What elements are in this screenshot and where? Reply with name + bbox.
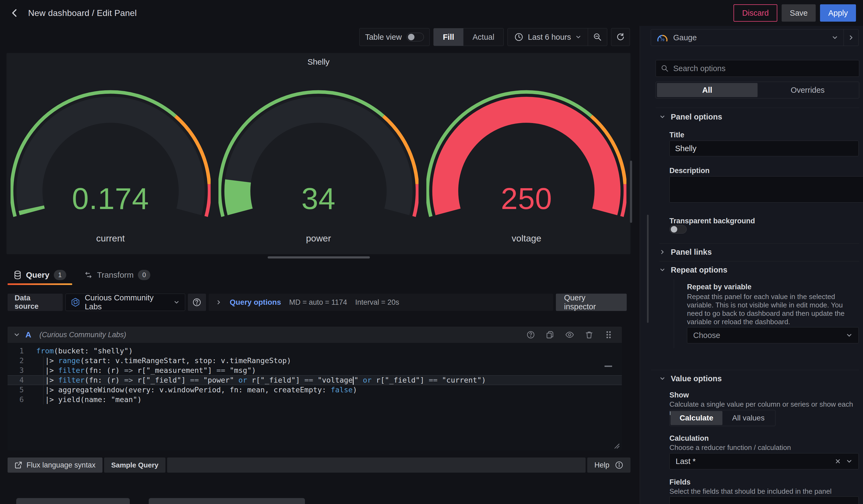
info-circle-icon [615,461,624,469]
back-button[interactable] [7,5,22,21]
code-text: |> filter(fn: (r) => r["_measurement"] =… [32,366,256,375]
query-ref-id[interactable]: A [25,330,32,339]
flux-syntax-label: Flux language syntax [26,461,96,469]
gauge-viz-icon: 79 [656,33,669,42]
panel-links-heading: Panel links [671,248,712,256]
code-line-4[interactable]: 4 |> filter(fn: (r) => r["_field"] == "p… [8,375,622,385]
tab-transform[interactable]: Transform 0 [78,267,157,284]
chevron-down-icon[interactable] [13,331,20,338]
actual-option[interactable]: Actual [463,28,504,46]
tab-query[interactable]: Query 1 [8,267,72,284]
panel-title: Shelly [7,57,630,66]
fields-select-partial[interactable] [670,496,859,504]
question-circle-icon [192,298,201,307]
show-mode-switch: Calculate All values [670,410,775,426]
query-options-link[interactable]: Query options [230,298,281,307]
query-inspector-button[interactable]: Query inspector [556,294,627,311]
calculation-select[interactable]: Last * [670,453,859,469]
chevron-right-icon [216,299,222,305]
apply-button[interactable]: Apply [820,4,856,22]
tab-overrides[interactable]: Overrides [758,83,858,97]
arrow-left-icon [9,8,20,18]
drag-handle-icon[interactable] [604,330,613,339]
panel-options-header[interactable]: Panel options [660,111,859,122]
eye-icon [565,330,574,339]
repeat-options-header[interactable]: Repeat options [660,264,859,275]
footer-filler [167,457,586,473]
duplicate-query-button[interactable] [546,330,555,339]
external-link-icon [15,461,22,469]
tab-all[interactable]: All [657,83,758,97]
title-input[interactable] [675,144,853,153]
chevron-down-icon [846,332,852,339]
line-number: 1 [8,346,32,356]
time-range-picker[interactable]: Last 6 hours [508,33,588,42]
line-number: 2 [8,356,32,366]
table-view-label: Table view [365,33,401,42]
flux-code-editor[interactable]: 1from(bucket: "shelly")2 |> range(start:… [8,343,622,451]
visualization-picker[interactable]: 79 Gauge [651,29,859,46]
code-line-1[interactable]: 1from(bucket: "shelly") [8,346,622,356]
interval-info: Interval = 20s [355,298,399,307]
datasource-help-button[interactable] [188,294,206,311]
fill-option[interactable]: Fill [434,28,463,46]
calculate-option[interactable]: Calculate [671,411,722,425]
code-lines: 1from(bucket: "shelly")2 |> range(start:… [8,346,622,404]
line-number: 6 [8,395,32,404]
chevron-down-icon [831,34,838,41]
gauge-value: 34 [218,181,418,216]
options-search [655,60,859,77]
toggle-knob [671,226,677,232]
code-line-5[interactable]: 5 |> aggregateWindow(every: v.windowPeri… [8,385,622,395]
code-line-2[interactable]: 2 |> range(start: v.timeRangeStart, stop… [8,356,622,366]
editor-footer: Flux language syntax Sample Query Help [8,457,630,473]
fill-actual-switch: Fill Actual [434,28,504,46]
add-expression-button-partial[interactable] [149,498,305,504]
time-range-control: Last 6 hours [508,28,607,46]
help-button[interactable]: Help [587,457,630,473]
repeat-variable-select[interactable]: Choose [687,327,859,343]
collapse-options-button[interactable] [844,34,859,41]
line-number: 5 [8,385,32,395]
transparent-background-toggle[interactable] [670,225,687,234]
clear-icon[interactable] [835,458,841,465]
chevron-right-icon [660,249,665,255]
code-line-6[interactable]: 6 |> yield(name: "mean") [8,395,622,404]
section-indent-guide [674,279,674,348]
topbar-actions: Discard Save Apply [734,4,856,22]
transform-icon [84,270,93,279]
pane-resize-handle[interactable] [268,256,370,259]
options-search-input[interactable] [673,64,854,73]
description-textarea[interactable] [670,176,863,202]
gauge-row: 0.174current34power250voltage [7,83,630,250]
breadcrumb: New dashboard / Edit Panel [28,8,137,18]
datasource-picker[interactable]: Curious Community Labs [65,294,185,311]
flux-syntax-button[interactable]: Flux language syntax [8,457,102,473]
calculation-label: Calculation [670,434,859,443]
code-text: |> aggregateWindow(every: v.windowPeriod… [32,385,357,395]
value-options-header[interactable]: Value options [660,373,859,384]
query-actions [526,330,616,339]
transform-count-badge: 0 [138,270,150,280]
table-view-control: Table view [359,28,429,46]
sample-query-button[interactable]: Sample Query [104,457,165,473]
editor-resize-handle[interactable] [613,442,620,449]
zoom-out-button[interactable] [588,28,607,46]
toggle-visibility-button[interactable] [565,330,574,339]
panel-links-header[interactable]: Panel links [660,247,859,257]
preview-toolbar: Table view Fill Actual Last 6 hours [359,28,630,46]
gauge-power: 34power [218,83,418,250]
code-line-3[interactable]: 3 |> filter(fn: (r) => r["_measurement"]… [8,366,622,375]
main-scrollbar[interactable] [630,161,632,223]
discard-button[interactable]: Discard [734,4,777,22]
table-view-toggle[interactable] [407,33,424,41]
refresh-button[interactable] [611,28,630,46]
options-scrollbar[interactable] [647,215,649,323]
influxdb-icon [71,298,80,307]
query-help-button[interactable] [526,330,535,339]
save-button[interactable]: Save [781,4,816,22]
all-values-option[interactable]: All values [722,411,774,425]
add-query-button-partial[interactable] [16,498,130,504]
line-number: 4 [8,375,32,385]
delete-query-button[interactable] [585,330,594,339]
